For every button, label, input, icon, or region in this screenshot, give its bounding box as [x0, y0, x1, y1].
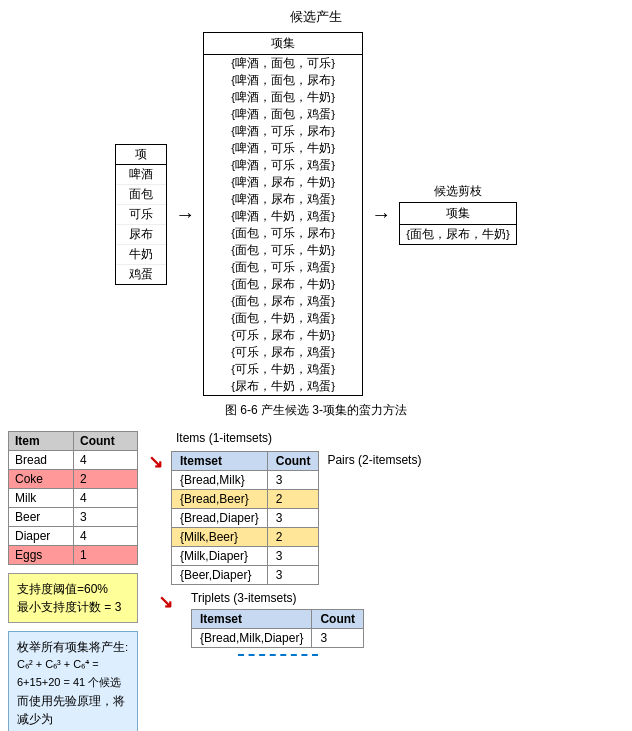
- triplets-col-count: Count: [312, 610, 364, 629]
- table-row: Bread 4: [9, 451, 138, 470]
- itemset-row: {可乐，尿布，鸡蛋}: [204, 344, 362, 361]
- itemset-row: {面包，可乐，尿布}: [204, 225, 362, 242]
- pair-itemset: {Milk,Diaper}: [172, 547, 268, 566]
- pair-row: {Bread,Diaper} 3: [172, 509, 319, 528]
- pruned-row: {面包，尿布，牛奶}: [400, 225, 516, 244]
- item-count-table: Item Count Bread 4 Coke 2 Milk 4 B: [8, 431, 138, 565]
- itemset-row: {啤酒，可乐，牛奶}: [204, 140, 362, 157]
- threshold-line1: 支持度阈值=60%: [17, 580, 129, 598]
- count-cell: 4: [73, 489, 137, 508]
- table-row: Milk 4: [9, 489, 138, 508]
- col-header-item: Item: [9, 432, 74, 451]
- itemset-row: {啤酒，牛奶，鸡蛋}: [204, 208, 362, 225]
- pair-itemset: {Bread,Beer}: [172, 490, 268, 509]
- itemset-row: {啤酒，面包，可乐}: [204, 55, 362, 72]
- itemset-row: {啤酒，面包，鸡蛋}: [204, 106, 362, 123]
- item-cell: Beer: [9, 508, 74, 527]
- items-box-row: 鸡蛋: [116, 265, 166, 284]
- pairs-col-count: Count: [267, 452, 319, 471]
- count-cell: 4: [73, 451, 137, 470]
- itemsets-box-header: 项集: [204, 33, 362, 55]
- dotted-line: [238, 654, 318, 656]
- itemset-row: {啤酒，尿布，鸡蛋}: [204, 191, 362, 208]
- table-row: Beer 3: [9, 508, 138, 527]
- items-box: 项 啤酒 面包 可乐 尿布 牛奶 鸡蛋: [115, 144, 167, 285]
- triplets-label: Triplets (3-itemsets): [191, 591, 364, 605]
- left-column: Item Count Bread 4 Coke 2 Milk 4 B: [8, 431, 138, 731]
- count-cell: 1: [73, 546, 137, 565]
- pairs-col-itemset: Itemset: [172, 452, 268, 471]
- items-box-row: 牛奶: [116, 245, 166, 265]
- itemset-row: {啤酒，尿布，牛奶}: [204, 174, 362, 191]
- diagram-title: 候选产生: [290, 8, 342, 26]
- bottom-section: Item Count Bread 4 Coke 2 Milk 4 B: [0, 427, 632, 731]
- itemset-row: {面包，牛奶，鸡蛋}: [204, 310, 362, 327]
- item-cell: Eggs: [9, 546, 74, 565]
- right-column: Items (1-itemsets) ↘ Itemset Count: [148, 431, 624, 731]
- figure-caption: 图 6-6 产生候选 3-项集的蛮力方法: [225, 402, 407, 419]
- pair-count: 2: [267, 528, 319, 547]
- pruned-box-container: 候选剪枝 项集 {面包，尿布，牛奶}: [399, 183, 517, 245]
- items-box-header: 项: [116, 145, 166, 165]
- arrow-right-1: →: [175, 203, 195, 226]
- threshold-line2: 最小支持度计数 = 3: [17, 598, 129, 616]
- itemset-row: {啤酒，面包，牛奶}: [204, 89, 362, 106]
- pair-itemset: {Milk,Beer}: [172, 528, 268, 547]
- pair-row: {Milk,Beer} 2: [172, 528, 319, 547]
- pairs-label: Pairs (2-itemsets): [327, 451, 421, 467]
- pruned-box: 项集 {面包，尿布，牛奶}: [399, 202, 517, 245]
- pair-itemset: {Bread,Milk}: [172, 471, 268, 490]
- pair-row: {Beer,Diaper} 3: [172, 566, 319, 585]
- itemset-row: {啤酒，可乐，尿布}: [204, 123, 362, 140]
- items-box-row: 面包: [116, 185, 166, 205]
- pruned-label: 候选剪枝: [434, 183, 482, 200]
- count-cell: 2: [73, 470, 137, 489]
- itemset-row: {可乐，尿布，牛奶}: [204, 327, 362, 344]
- blue-box: 枚举所有项集将产生: C₆² + C₆³ + C₆⁴ = 6+15+20 = 4…: [8, 631, 138, 731]
- count-cell: 4: [73, 527, 137, 546]
- itemset-row: {可乐，牛奶，鸡蛋}: [204, 361, 362, 378]
- triplets-col-itemset: Itemset: [192, 610, 312, 629]
- pair-row: {Milk,Diaper} 3: [172, 547, 319, 566]
- yellow-box: 支持度阈值=60% 最小支持度计数 = 3: [8, 573, 138, 623]
- item-cell: Bread: [9, 451, 74, 470]
- pair-itemset: {Beer,Diaper}: [172, 566, 268, 585]
- items-box-row: 尿布: [116, 225, 166, 245]
- red-arrow-down2: ↘: [158, 593, 173, 611]
- pair-count: 3: [267, 566, 319, 585]
- itemset-row: {啤酒，面包，尿布}: [204, 72, 362, 89]
- red-arrow-down: ↘: [148, 453, 163, 471]
- pairs-table: Itemset Count {Bread,Milk} 3 {Bread,Beer…: [171, 451, 319, 585]
- pair-count: 3: [267, 547, 319, 566]
- col-header-count: Count: [73, 432, 137, 451]
- pair-row: {Bread,Milk} 3: [172, 471, 319, 490]
- table-row: Eggs 1: [9, 546, 138, 565]
- pair-count: 3: [267, 471, 319, 490]
- itemset-row: {面包，可乐，牛奶}: [204, 242, 362, 259]
- blue-line3: 而使用先验原理，将减少为: [17, 692, 129, 729]
- itemset-row: {面包，尿布，鸡蛋}: [204, 293, 362, 310]
- item-cell: Milk: [9, 489, 74, 508]
- triplet-row: {Bread,Milk,Diaper} 3: [192, 629, 364, 648]
- itemset-row: {啤酒，可乐，鸡蛋}: [204, 157, 362, 174]
- items-label: Items (1-itemsets): [176, 431, 272, 445]
- item-cell: Diaper: [9, 527, 74, 546]
- diagram-row: 项 啤酒 面包 可乐 尿布 牛奶 鸡蛋 → 项集 {啤酒，面包，可乐} {啤酒，…: [0, 32, 632, 396]
- triplet-count: 3: [312, 629, 364, 648]
- blue-line2: C₆² + C₆³ + C₆⁴ = 6+15+20 = 41 个候选: [17, 656, 129, 691]
- item-cell: Coke: [9, 470, 74, 489]
- pair-itemset: {Bread,Diaper}: [172, 509, 268, 528]
- itemsets-box: 项集 {啤酒，面包，可乐} {啤酒，面包，尿布} {啤酒，面包，牛奶} {啤酒，…: [203, 32, 363, 396]
- triplets-table: Itemset Count {Bread,Milk,Diaper} 3: [191, 609, 364, 648]
- itemset-row: {面包，可乐，鸡蛋}: [204, 259, 362, 276]
- table-row: Diaper 4: [9, 527, 138, 546]
- itemset-row: {面包，尿布，牛奶}: [204, 276, 362, 293]
- table-row: Coke 2: [9, 470, 138, 489]
- pair-count: 2: [267, 490, 319, 509]
- items-box-row: 啤酒: [116, 165, 166, 185]
- pair-count: 3: [267, 509, 319, 528]
- triplet-itemset: {Bread,Milk,Diaper}: [192, 629, 312, 648]
- count-cell: 3: [73, 508, 137, 527]
- blue-line1: 枚举所有项集将产生:: [17, 638, 129, 656]
- top-section: 候选产生 项 啤酒 面包 可乐 尿布 牛奶 鸡蛋 → 项集 {啤酒，面包，可乐}…: [0, 0, 632, 427]
